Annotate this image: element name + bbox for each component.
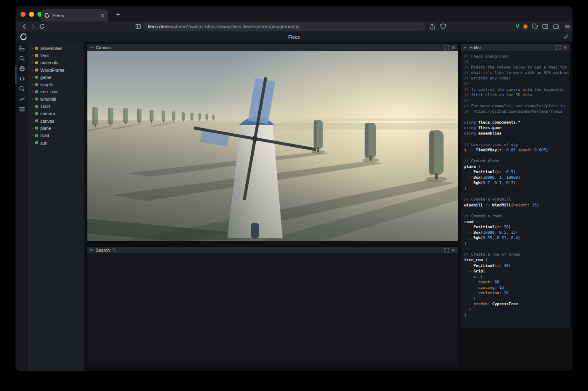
tree-item[interactable]: ›scripts [28,81,84,88]
module-square-icon [35,54,38,57]
leaf-dash-icon: – [32,141,35,145]
code-line: using flecs.components.* [464,119,570,125]
search-icon[interactable] [19,55,25,62]
tree-item[interactable]: –1584 [28,103,84,110]
tree-item[interactable]: ›materials [28,59,84,66]
code-line: road { [464,219,570,224]
expand-icon[interactable] [444,45,449,50]
code-line: - Box{10000, 0.5, 15} [464,230,570,235]
share-icon[interactable] [429,23,436,30]
tree-item-label: plane [40,126,51,131]
code-line: tree_row { [464,257,570,262]
code-line: // Create a road [464,213,570,219]
panel-title: Editor [470,45,481,50]
expand-chevron-icon[interactable]: › [32,75,35,79]
forward-button[interactable] [30,23,37,30]
tree-item[interactable]: ›game [28,74,84,81]
side-panel-icon[interactable] [542,23,549,30]
logs-rows-icon[interactable] [19,106,25,112]
entity-tree-icon[interactable] [19,45,25,52]
panel-title: Search [96,248,110,253]
expand-chevron-icon[interactable]: › [32,97,35,101]
code-line [464,153,570,158]
stats-chart-icon[interactable] [19,96,25,102]
collapse-chevron-icon[interactable] [90,249,93,251]
code-line: - Position3{z: 30} [464,263,570,268]
expand-chevron-icon[interactable]: › [32,82,35,87]
tree-item-label: road [40,133,49,138]
canvas-panel-header: Canvas ✕ [87,44,458,51]
flecs-favicon-icon [44,13,50,18]
back-button[interactable] [21,23,28,30]
collapse-chevron-icon[interactable] [464,46,467,49]
code-line: } [464,296,570,301]
expand-chevron-icon[interactable]: › [32,90,35,94]
new-tab-button[interactable]: + [112,9,124,21]
shield-icon[interactable] [440,23,446,30]
code-line: - Grid{ [464,268,570,274]
search-panel-content[interactable] [87,254,458,367]
tree-item-label: tree_row [40,89,58,94]
code-line [464,191,570,196]
leaf-dash-icon: – [32,133,35,137]
code-line: - Rgb{0.7, 0.7, 0.7} [464,180,570,185]
close-icon[interactable]: ✕ [452,248,455,253]
bookmark-sidebar-icon[interactable] [135,23,142,30]
tree-item[interactable]: –camera [28,110,84,117]
close-icon[interactable]: ✕ [563,45,567,50]
code-line [464,246,570,251]
world-icon[interactable] [19,66,25,72]
minimize-window-button[interactable] [29,12,34,17]
tree-item[interactable]: –canvas [28,117,84,124]
entity-square-icon [35,76,38,79]
address-bar[interactable]: flecs.dev/explorer/?wasm=https://www.fle… [143,22,425,31]
close-icon[interactable]: ✕ [452,45,455,50]
close-window-button[interactable] [21,12,26,17]
browser-tab[interactable]: Flecs ✕ [41,9,108,21]
code-line: // Ground plane [464,158,570,164]
tree-item[interactable]: –sun [28,139,84,146]
tab-close-icon[interactable]: ✕ [100,13,105,18]
tree-item[interactable]: ›flecs [28,52,84,59]
collapse-chevron-icon[interactable] [90,46,93,49]
expand-chevron-icon[interactable]: › [32,46,35,50]
expand-icon[interactable] [444,248,449,253]
tree-item-label: sun [40,140,47,145]
code-line: // To control the camera with the keyboa… [464,87,570,92]
expand-icon[interactable] [556,45,561,50]
tree-item[interactable]: ›assemblies [28,45,84,52]
expand-chevron-icon[interactable]: › [32,53,35,58]
inspect-icon[interactable] [19,86,25,92]
code-editor-icon[interactable] [19,76,25,82]
tree-item-label: windmill [40,97,56,102]
tree-item[interactable]: ›tree_row [28,88,84,95]
icon-strip [16,42,28,371]
tree-item[interactable]: ›windmill [28,95,84,103]
browser-window: Flecs ✕ + flecs.dev/explorer/?wasm=https… [16,6,572,371]
entity-square-icon [35,98,38,100]
record-dot-icon[interactable] [523,24,528,29]
tree-item[interactable]: –road [28,132,84,139]
tree-item[interactable]: ›WoodFrame [28,66,84,74]
leaf-dash-icon: – [32,104,35,108]
extension-v-icon[interactable]: V [514,23,521,30]
code-line: // [464,98,570,103]
extensions-puzzle-icon[interactable] [532,23,538,30]
tree-item[interactable]: –plane [28,124,84,132]
expand-chevron-icon[interactable]: › [32,68,35,72]
app-header: Flecs [16,32,572,42]
menu-button[interactable] [564,23,571,30]
code-line: // [464,59,570,64]
reload-button[interactable] [39,23,45,30]
tree-item-label: game [40,75,51,80]
leaf-dash-icon: – [32,111,35,116]
permalink-icon[interactable] [563,34,569,40]
3d-viewport[interactable] [87,51,458,241]
tab-title: Flecs [52,13,97,18]
code-line: // what it's like to work with an ECS wi… [464,70,570,75]
expand-chevron-icon[interactable]: › [32,61,35,65]
editor-code[interactable]: // Flecs playground//// Modify the value… [461,51,570,328]
wallet-icon[interactable] [553,23,559,30]
code-line: using flecs.game [464,125,570,130]
module-square-icon [35,61,38,64]
